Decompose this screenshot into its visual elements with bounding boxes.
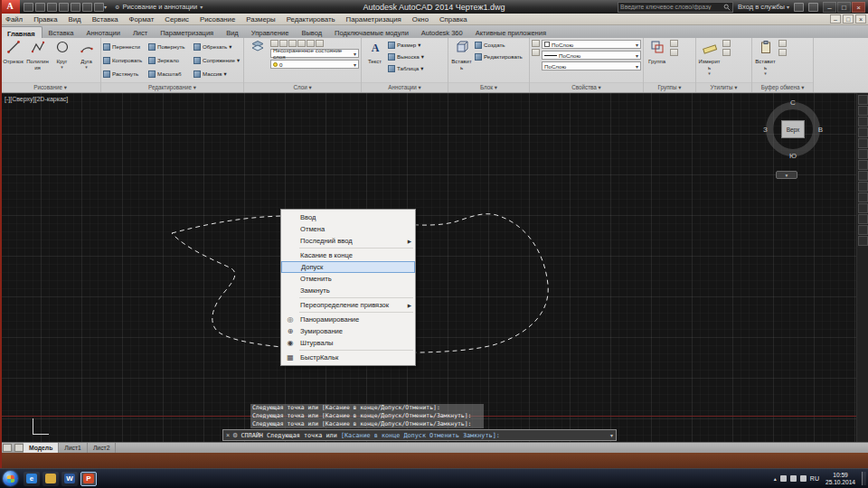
clipboard-paste-button[interactable]: Вставить▾ (754, 40, 777, 75)
context-menu-item-13[interactable]: ◉Штурвалы (281, 337, 415, 349)
modify-rotate-button[interactable]: Повернуть (148, 43, 193, 51)
draw-circle-button[interactable]: Круг▾ (51, 40, 73, 69)
layer-dropdown[interactable]: 0▾ (270, 60, 359, 69)
annotation-text-button[interactable]: АТекст (363, 40, 386, 65)
layers-layers-button[interactable] (246, 40, 269, 59)
menu-item-11[interactable]: Справка (434, 14, 473, 25)
group-tool-icon-1[interactable] (670, 49, 678, 56)
ribbon-tab-0[interactable]: Главная (0, 26, 42, 38)
context-menu-item-12[interactable]: ⊕Зумирование (281, 325, 415, 337)
right-toolbar-button-11[interactable] (858, 214, 868, 224)
panel-label[interactable]: Блок ▾ (448, 82, 529, 92)
menu-item-6[interactable]: Рисование (194, 14, 241, 25)
language-indicator[interactable]: RU (810, 475, 819, 482)
utility-tool-icon-0[interactable] (722, 40, 731, 47)
menu-item-8[interactable]: Редактировать (281, 14, 341, 25)
workspace-switcher[interactable]: ⚙ Рисование и аннотации ▾ (112, 1, 205, 13)
ribbon-tab-10[interactable]: Активные приложения (469, 26, 552, 38)
command-prompt-options[interactable]: [Касание в конце Допуск Отменить Замкнут… (341, 432, 500, 439)
ribbon-tab-8[interactable]: Подключаемые модули (328, 26, 415, 38)
viewcube-east-label[interactable]: В (818, 126, 823, 134)
modify-move-button[interactable]: Перенести (103, 43, 148, 51)
ribbon-tab-9[interactable]: Autodesk 360 (415, 26, 469, 38)
right-toolbar-button-9[interactable] (858, 192, 868, 202)
draw-line-button[interactable]: Отрезок (2, 40, 24, 65)
close-button[interactable]: × (852, 2, 865, 13)
command-prompt[interactable]: СПЛАЙН Следующая точка или [Касание в ко… (241, 432, 608, 439)
menu-item-0[interactable]: Файл (0, 14, 28, 25)
modify-fillet-button[interactable]: Сопряжение▾ (193, 57, 239, 64)
annotation-table-button[interactable]: Таблица▾ (388, 63, 424, 73)
block-insert-button[interactable]: Вставить (450, 40, 473, 71)
object-color-dropdown[interactable]: ПоСлою▾ (542, 40, 641, 49)
command-customize-icon[interactable]: ⚙ (232, 430, 238, 440)
annotation-leader-button[interactable]: Выноска▾ (388, 52, 424, 61)
command-line[interactable]: × ⚙ СПЛАЙН Следующая точка или [Касание … (222, 429, 617, 441)
taskbar-clock[interactable]: 10:59 25.10.2014 (823, 472, 858, 485)
application-menu-button[interactable]: A (0, 0, 20, 14)
annotation-dimension-button[interactable]: Размер▾ (388, 40, 424, 50)
context-menu-item-5[interactable]: Допуск (281, 261, 415, 273)
panel-label[interactable]: Утилиты ▾ (696, 82, 751, 92)
menu-item-1[interactable]: Правка (28, 14, 62, 25)
modify-scale-button[interactable]: Масштаб (148, 70, 193, 78)
mdi-restore-button[interactable]: □ (843, 14, 854, 23)
show-desktop-button[interactable] (862, 472, 866, 485)
right-toolbar-button-10[interactable] (858, 203, 868, 213)
clipboard-tool-icon-0[interactable] (778, 40, 787, 47)
viewcube-west-label[interactable]: З (763, 126, 768, 134)
ribbon-tab-6[interactable]: Управление (245, 26, 296, 38)
ribbon-tab-3[interactable]: Лист (127, 26, 154, 38)
groups-group-button[interactable]: Группа (646, 40, 668, 65)
qat-redo-icon[interactable] (94, 3, 104, 12)
recent-commands-icon[interactable]: ▾ (610, 432, 613, 438)
taskbar-app-explorer-folder[interactable] (42, 472, 59, 486)
modify-array-button[interactable]: Массив▾ (193, 70, 239, 78)
ribbon-tab-1[interactable]: Вставка (42, 26, 80, 38)
layer-tool-icon-0[interactable] (270, 40, 278, 47)
modify-trim-button[interactable]: Обрезать▾ (193, 43, 239, 51)
layer-tool-icon-1[interactable] (279, 40, 288, 47)
panel-label[interactable]: Рисование ▾ (0, 82, 100, 92)
qat-new-icon[interactable] (24, 3, 33, 12)
quick-view-drawings-icon[interactable] (14, 444, 24, 452)
network-icon[interactable] (790, 475, 797, 482)
search-icon[interactable] (723, 4, 731, 11)
qat-save-as-icon[interactable] (59, 3, 69, 12)
qat-open-icon[interactable] (35, 3, 45, 12)
context-menu-item-7[interactable]: Замкнуть (281, 285, 415, 296)
minimize-button[interactable]: – (823, 2, 836, 13)
right-toolbar-button-13[interactable] (858, 236, 868, 246)
maximize-button[interactable]: □ (837, 2, 851, 13)
viewcube-wcs-menu[interactable]: ▾ (776, 171, 797, 179)
search-input[interactable] (620, 4, 723, 10)
help-icon[interactable] (808, 3, 818, 12)
utilities-measure-button[interactable]: Измерить▾ (698, 40, 721, 75)
mdi-close-button[interactable]: × (855, 14, 866, 23)
layout-tab-1[interactable]: Лист1 (59, 443, 88, 453)
panel-label[interactable]: Редактирование ▾ (101, 82, 243, 92)
taskbar-app-word[interactable]: W (61, 472, 78, 486)
viewcube[interactable]: С Ю З В Верх (764, 100, 822, 158)
group-tool-icon-0[interactable] (670, 40, 678, 47)
drawing-canvas[interactable]: [-][Сверху][2D-каркас] С Ю З В Верх ▾ Сл… (0, 93, 868, 442)
context-menu-item-6[interactable]: Отменить (281, 273, 415, 285)
menu-item-7[interactable]: Размеры (241, 14, 280, 25)
qat-save-icon[interactable] (47, 3, 57, 12)
context-menu-item-4[interactable]: Касание в конце (281, 249, 415, 261)
context-menu-item-11[interactable]: ◎Панорамирование (281, 314, 415, 325)
orbit-icon[interactable] (858, 127, 868, 137)
draw-arc-button[interactable]: Дуга▾ (75, 40, 98, 69)
exchange-apps-icon[interactable] (794, 3, 804, 12)
context-menu-item-0[interactable]: Ввод (281, 211, 415, 223)
menu-item-5[interactable]: Сервис (159, 14, 194, 25)
layer-tool-icon-2[interactable] (288, 40, 297, 47)
modify-copy-button[interactable]: Копировать (103, 57, 148, 64)
menu-item-3[interactable]: Вставка (87, 14, 124, 25)
right-toolbar-button-8[interactable] (858, 182, 868, 192)
clipboard-tool-icon-1[interactable] (778, 49, 787, 56)
lineweight-dropdown[interactable]: ПоСлою▾ (542, 61, 641, 70)
qat-print-icon[interactable] (71, 3, 80, 12)
menu-item-10[interactable]: Окно (407, 14, 434, 25)
modify-mirror-button[interactable]: Зеркало (148, 57, 193, 64)
